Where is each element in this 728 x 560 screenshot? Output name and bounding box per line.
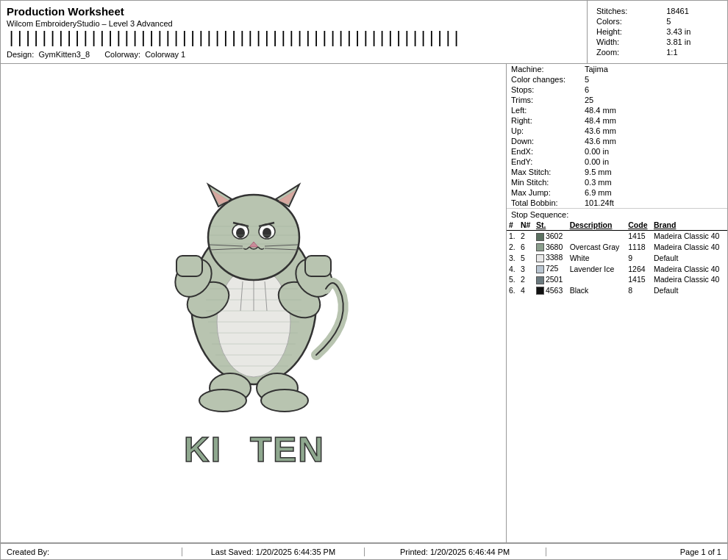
row-n: 6 bbox=[518, 242, 534, 253]
design-label: Design: GymKitten3_8 bbox=[7, 50, 90, 59]
table-row: 4. 3 725 Lavender Ice 1264 Madeira Class… bbox=[507, 263, 727, 274]
svg-point-6 bbox=[208, 195, 299, 280]
footer-last-saved: Last Saved: 1/20/2025 6:44:35 PM bbox=[182, 548, 364, 556]
header: Production Worksheet Wilcom EmbroiderySt… bbox=[1, 1, 727, 64]
right-label: Right: bbox=[507, 115, 580, 126]
total-bobbin-label: Total Bobbin: bbox=[507, 198, 580, 208]
footer-page: Page 1 of 1 bbox=[546, 548, 727, 556]
min-stitch-label: Min Stitch: bbox=[507, 177, 580, 187]
row-brand: Default bbox=[652, 252, 727, 263]
row-brand: Madeira Classic 40 bbox=[652, 242, 727, 253]
col-header-n: N# bbox=[518, 220, 534, 231]
row-description: White bbox=[568, 252, 627, 263]
header-subtitle: Wilcom EmbroideryStudio – Level 3 Advanc… bbox=[7, 19, 581, 28]
total-bobbin-value: 101.24ft bbox=[580, 198, 727, 208]
row-thread-code: 1118 bbox=[626, 242, 652, 253]
color-swatch bbox=[536, 243, 544, 251]
svg-point-14 bbox=[263, 228, 271, 238]
right-value: 48.4 mm bbox=[580, 115, 727, 126]
trims-value: 25 bbox=[580, 95, 727, 105]
col-header-desc: Description bbox=[568, 220, 627, 231]
header-right: Stitches: 18461 Colors: 5 Height: 3.43 i… bbox=[588, 1, 727, 63]
row-num: 1. bbox=[507, 231, 518, 242]
table-row: 2. 6 3680 Overcast Gray 1118 Madeira Cla… bbox=[507, 242, 727, 253]
page-wrapper: Production Worksheet Wilcom EmbroiderySt… bbox=[0, 0, 728, 560]
tech-table: Machine:Tajima Color changes:5 Stops:6 T… bbox=[507, 64, 727, 208]
colorway-label: Colorway: Colorway 1 bbox=[104, 50, 185, 59]
row-swatch: 2501 bbox=[534, 274, 568, 285]
embroidery-svg: KI TEN bbox=[99, 112, 408, 495]
row-thread-code: 1415 bbox=[626, 274, 652, 285]
svg-point-31 bbox=[261, 390, 308, 412]
row-n: 2 bbox=[518, 231, 534, 242]
left-value: 48.4 mm bbox=[580, 105, 727, 115]
height-label: Height: bbox=[595, 27, 663, 36]
row-brand: Madeira Classic 40 bbox=[652, 231, 727, 242]
row-description: Black bbox=[568, 285, 627, 296]
color-swatch bbox=[536, 233, 544, 241]
row-n: 3 bbox=[518, 263, 534, 274]
svg-rect-24 bbox=[176, 256, 202, 276]
page-title: Production Worksheet bbox=[7, 5, 581, 18]
svg-text:KI: KI bbox=[184, 430, 222, 469]
row-thread-code: 1264 bbox=[626, 263, 652, 274]
row-swatch: 4563 bbox=[534, 285, 568, 296]
color-swatch bbox=[536, 276, 544, 284]
header-meta: Design: GymKitten3_8 Colorway: Colorway … bbox=[7, 50, 581, 59]
row-num: 2. bbox=[507, 242, 518, 253]
header-left: Production Worksheet Wilcom EmbroiderySt… bbox=[1, 1, 588, 63]
col-header-brand: Brand bbox=[652, 220, 727, 231]
colors-label: Colors: bbox=[595, 17, 663, 26]
color-changes-value: 5 bbox=[580, 74, 727, 85]
color-swatch bbox=[536, 287, 544, 295]
max-stitch-value: 9.5 mm bbox=[580, 167, 727, 177]
row-swatch: 725 bbox=[534, 263, 568, 274]
row-description: Lavender Ice bbox=[568, 263, 627, 274]
color-swatch bbox=[536, 254, 544, 262]
table-row: 3. 5 3388 White 9 Default bbox=[507, 252, 727, 263]
stop-table: # N# St. Description Code Brand 1. 2 360… bbox=[507, 220, 727, 295]
color-swatch bbox=[536, 265, 544, 273]
data-panel: Machine:Tajima Color changes:5 Stops:6 T… bbox=[507, 64, 727, 542]
up-label: Up: bbox=[507, 126, 580, 136]
row-thread-code: 9 bbox=[626, 252, 652, 263]
down-value: 43.6 mm bbox=[580, 136, 727, 146]
stop-sequence-label: Stop Sequence: bbox=[507, 208, 727, 220]
col-header-st: St. bbox=[534, 220, 568, 231]
row-num: 4. bbox=[507, 263, 518, 274]
row-thread-code: 8 bbox=[626, 285, 652, 296]
barcode: ||||||||||||||||||||||||||||||||||||||||… bbox=[7, 31, 581, 47]
row-num: 3. bbox=[507, 252, 518, 263]
row-num: 5. bbox=[507, 274, 518, 285]
row-brand: Default bbox=[652, 285, 727, 296]
col-header-code: Code bbox=[626, 220, 652, 231]
preview-area: KI TEN bbox=[1, 64, 507, 542]
stats-table: Stitches: 18461 Colors: 5 Height: 3.43 i… bbox=[593, 5, 721, 58]
row-brand: Madeira Classic 40 bbox=[652, 263, 727, 274]
row-description: Overcast Gray bbox=[568, 242, 627, 253]
row-thread-code: 1415 bbox=[626, 231, 652, 242]
machine-label: Machine: bbox=[507, 64, 580, 74]
svg-point-13 bbox=[236, 228, 245, 238]
max-jump-label: Max Jump: bbox=[507, 187, 580, 198]
max-stitch-label: Max Stitch: bbox=[507, 167, 580, 177]
row-num: 6. bbox=[507, 285, 518, 296]
height-value: 3.43 in bbox=[665, 27, 720, 36]
endx-value: 0.00 in bbox=[580, 146, 727, 157]
row-brand: Madeira Classic 40 bbox=[652, 274, 727, 285]
design-value: GymKitten3_8 bbox=[38, 50, 90, 59]
row-description bbox=[568, 274, 627, 285]
embroidery-preview: KI TEN bbox=[99, 101, 408, 506]
row-n: 4 bbox=[518, 285, 534, 296]
row-n: 2 bbox=[518, 274, 534, 285]
row-swatch: 3388 bbox=[534, 252, 568, 263]
endx-label: EndX: bbox=[507, 146, 580, 157]
zoom-value: 1:1 bbox=[665, 48, 720, 57]
stitches-value: 18461 bbox=[665, 7, 720, 15]
max-jump-value: 6.9 mm bbox=[580, 187, 727, 198]
col-header-num: # bbox=[507, 220, 518, 231]
up-value: 43.6 mm bbox=[580, 126, 727, 136]
main-content: KI TEN bbox=[1, 64, 727, 543]
trims-label: Trims: bbox=[507, 95, 580, 105]
table-row: 5. 2 2501 1415 Madeira Classic 40 bbox=[507, 274, 727, 285]
